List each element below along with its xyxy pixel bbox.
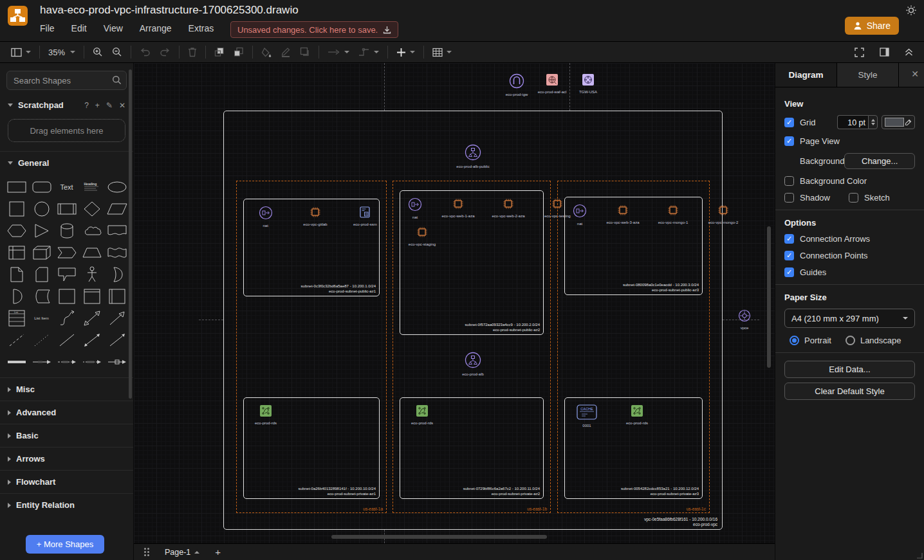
scratchpad-header[interactable]: Scratchpad ? + ✎ ✕: [0, 94, 133, 116]
connection-arrows-checkbox[interactable]: ✓: [784, 234, 794, 244]
shape-data-storage[interactable]: [29, 286, 54, 307]
diagram-node-chip[interactable]: eco-vpc-mongo-2: [709, 204, 737, 226]
shape-entity-connector[interactable]: [104, 352, 129, 372]
tab-style[interactable]: Style: [837, 63, 899, 87]
shape-parallelogram[interactable]: [104, 199, 129, 219]
shape-tape[interactable]: [104, 242, 129, 263]
shape-card[interactable]: [29, 264, 54, 285]
page-view-checkbox[interactable]: ✓: [784, 136, 794, 146]
private-subnet[interactable]: CACHE 0001 eco-prod-rdssubnet-0054282cdc…: [564, 397, 703, 499]
to-back-button[interactable]: [229, 44, 248, 60]
shape-horizontal-container[interactable]: [104, 286, 129, 307]
shape-dashed-line[interactable]: [4, 330, 29, 350]
close-icon[interactable]: ✕: [911, 69, 919, 79]
more-shapes-button[interactable]: + More Shapes: [26, 535, 104, 554]
pages-menu-icon[interactable]: [144, 548, 149, 556]
section-entity-relation[interactable]: Entity Relation: [0, 493, 133, 516]
scratchpad-add-icon[interactable]: +: [95, 101, 100, 110]
shape-diamond[interactable]: [79, 199, 104, 219]
shape-internal-storage[interactable]: [4, 242, 29, 263]
grid-checkbox[interactable]: ✓: [784, 118, 794, 127]
shadow-button[interactable]: [295, 44, 315, 60]
diagram-node-db[interactable]: eco-prod-rds: [623, 404, 651, 428]
diagram-node-waf[interactable]: eco-prod-waf-acl: [531, 73, 573, 94]
tab-diagram[interactable]: Diagram: [775, 63, 837, 87]
shape-vertical-container[interactable]: [79, 286, 104, 307]
shape-cloud[interactable]: [79, 221, 104, 241]
shape-rounded-rectangle[interactable]: [29, 177, 54, 197]
fill-color-button[interactable]: [257, 44, 276, 60]
shape-process[interactable]: [54, 199, 79, 219]
insert-dropdown[interactable]: [392, 44, 420, 60]
fullscreen-button[interactable]: [850, 44, 869, 60]
diagram-node-nat[interactable]: nat: [252, 206, 279, 228]
page-tab[interactable]: Page-1: [158, 544, 206, 560]
menu-edit[interactable]: Edit: [71, 23, 87, 33]
shape-arrow-connector[interactable]: [29, 352, 54, 372]
diagram-node-nat[interactable]: nat: [408, 197, 422, 219]
edit-data-button[interactable]: Edit Data...: [784, 361, 915, 378]
shape-bidirectional-arrow[interactable]: [79, 308, 104, 329]
availability-zone[interactable]: us-east-1b nat eco-vpc-web-1-aza eco-vpc…: [393, 181, 551, 513]
section-advanced[interactable]: Advanced: [0, 401, 133, 424]
connection-style-dropdown[interactable]: [323, 44, 354, 60]
menu-arrange[interactable]: Arrange: [140, 23, 172, 33]
shape-dotted-line[interactable]: [29, 330, 54, 350]
shape-text[interactable]: Text: [54, 177, 79, 197]
theme-toggle-icon[interactable]: [905, 4, 918, 17]
shape-note[interactable]: [4, 264, 29, 285]
diagram-node-chip[interactable]: eco-vpc-gitlab: [301, 206, 329, 228]
shape-list-item[interactable]: List Item: [29, 308, 54, 329]
window-resize-handle[interactable]: [916, 552, 923, 559]
shape-labeled-connector[interactable]: [54, 352, 79, 372]
public-subnet[interactable]: nat eco-vpc-web-3-aza eco-vpc-mongo-1 ec…: [564, 197, 703, 295]
landscape-radio[interactable]: [845, 336, 855, 345]
diagram-node-db[interactable]: eco-prod-rds: [408, 404, 436, 425]
availability-zone[interactable]: us-east-1a nat eco-vpc-gitlab eco-prod-s…: [236, 181, 387, 513]
shape-link[interactable]: [4, 352, 29, 372]
shape-dashed-connector[interactable]: [79, 352, 104, 372]
shape-triangle[interactable]: [29, 221, 54, 241]
shape-arrow[interactable]: [104, 308, 129, 329]
diagram-node-db[interactable]: eco-prod-rds: [252, 404, 280, 425]
delete-button[interactable]: [183, 44, 201, 60]
zoom-out-button[interactable]: [107, 44, 127, 60]
diagram-node-chip[interactable]: eco-vpc-mongo-1: [659, 204, 687, 226]
to-front-button[interactable]: [210, 44, 229, 60]
shape-directional-connector[interactable]: [104, 330, 129, 350]
format-panel-toggle-button[interactable]: [875, 44, 894, 60]
private-subnet[interactable]: eco-prod-rdssubnet-0729bf86c6a2a67c2 - 1…: [400, 397, 544, 499]
guides-checkbox[interactable]: ✓: [784, 267, 794, 277]
diagram-node-chip[interactable]: eco-vpc-staging: [408, 226, 436, 246]
scratchpad-help-icon[interactable]: ?: [84, 101, 89, 110]
diagram-node-nat[interactable]: nat: [573, 204, 587, 226]
collapse-toolbar-button[interactable]: [900, 44, 918, 60]
waypoint-style-dropdown[interactable]: [354, 44, 383, 60]
grid-color-button[interactable]: [882, 115, 915, 129]
diagram-node-cache[interactable]: CACHE 0001: [573, 404, 601, 428]
sketch-checkbox[interactable]: [849, 193, 858, 203]
shape-ellipse[interactable]: [104, 177, 129, 197]
section-misc[interactable]: Misc: [0, 377, 133, 401]
portrait-radio[interactable]: [790, 336, 799, 345]
shape-hexagon[interactable]: [4, 221, 29, 241]
shape-document[interactable]: [104, 221, 129, 241]
canvas-horizontal-scrollbar[interactable]: [331, 535, 547, 539]
shape-list[interactable]: List: [4, 308, 29, 329]
grid-size-input[interactable]: 10 pt: [837, 115, 868, 129]
shape-line[interactable]: [54, 330, 79, 350]
zoom-in-button[interactable]: [88, 44, 107, 60]
shape-rectangle[interactable]: [4, 177, 29, 197]
view-toggle-button[interactable]: [6, 44, 35, 60]
share-button[interactable]: Share: [845, 17, 899, 35]
shape-trapezoid[interactable]: [79, 242, 104, 263]
unsaved-changes-button[interactable]: Unsaved changes. Click here to save.: [230, 21, 398, 38]
diagram-node-alb[interactable]: eco-prod-alb-public: [452, 144, 494, 168]
connection-points-checkbox[interactable]: ✓: [784, 251, 794, 260]
diagram-node-chip[interactable]: eco-vpc-web-2-aza: [494, 197, 522, 219]
public-subnet[interactable]: nat eco-vpc-web-1-aza eco-vpc-web-2-aza …: [400, 190, 544, 335]
shape-and[interactable]: [4, 286, 29, 307]
scratchpad-edit-icon[interactable]: ✎: [106, 101, 113, 110]
section-flowchart[interactable]: Flowchart: [0, 470, 133, 493]
section-arrows[interactable]: Arrows: [0, 447, 133, 470]
